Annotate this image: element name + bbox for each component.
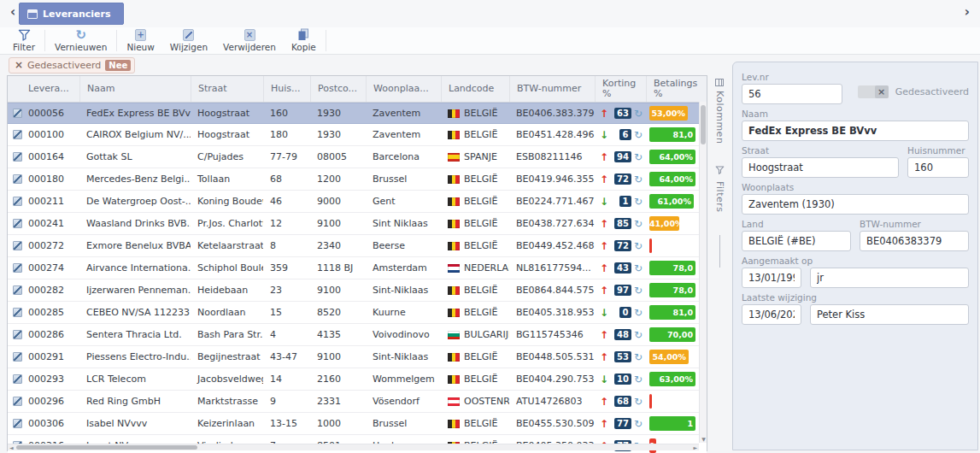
street: Hoogstraat — [191, 108, 263, 119]
copy-button[interactable]: Kopie — [284, 27, 324, 54]
postal-code: 2340 — [310, 240, 366, 251]
modified-date-field[interactable] — [742, 304, 801, 325]
chevron-left-icon[interactable]: ‹ — [10, 4, 15, 20]
refresh-button[interactable]: ↻ Vernieuwen — [47, 27, 114, 54]
modified-by-field[interactable] — [810, 304, 969, 325]
vertical-scrollbar[interactable]: ▼ — [699, 102, 707, 443]
refresh-row-icon[interactable]: ↻ — [634, 285, 643, 296]
new-button[interactable]: + Nieuw — [119, 27, 161, 54]
deactivated-toggle[interactable]: × — [858, 85, 889, 98]
table-row[interactable]: 000296 Red Ring GmbH Marktstrasse 9 2331… — [8, 391, 707, 413]
flag-be-icon — [448, 242, 460, 250]
table-row[interactable]: 000293 LCR Telecom Jacobsveldweg 14 2160… — [8, 368, 707, 391]
refresh-row-icon[interactable]: ↻ — [634, 109, 643, 119]
table-row[interactable]: 000286 Sentera Thracia Ltd. Bash Para St… — [8, 324, 707, 346]
discount-badge: 77 — [614, 418, 631, 429]
supplier-number-cell: 000272 — [8, 240, 79, 251]
table-row[interactable]: 000274 Airvance Internationa... Schiphol… — [8, 257, 707, 279]
created-by-field[interactable] — [810, 268, 969, 288]
table-row[interactable]: 000306 Isabel NVvvv Keizerinlaan 13-15 1… — [8, 413, 707, 435]
column-header[interactable]: Huis... — [263, 76, 310, 102]
horizontal-scrollbar-thumb[interactable] — [16, 445, 197, 450]
street: Jacobsveldweg — [191, 374, 263, 385]
column-header[interactable]: BTW-nummer — [509, 76, 595, 102]
straat-field[interactable] — [742, 157, 899, 178]
refresh-row-icon[interactable]: ↻ — [634, 174, 643, 185]
street: Keizerinlaan — [191, 418, 263, 429]
table-row[interactable]: 000056 FedEx Express BE BVvv Hoogstraat … — [8, 103, 707, 124]
country-cell: BELGIË — [441, 174, 509, 185]
table-row[interactable]: 000282 Ijzerwaren Penneman... Heidebaan … — [8, 279, 707, 302]
scroll-right-icon[interactable]: ► — [693, 444, 697, 451]
filter-button[interactable]: Filter — [5, 27, 43, 54]
supplier-number: 000291 — [28, 351, 64, 362]
refresh-row-icon[interactable]: ↻ — [634, 197, 643, 207]
column-header[interactable]: Betalings% — [646, 76, 699, 102]
chevron-right-icon[interactable]: › — [965, 4, 970, 20]
refresh-row-icon[interactable]: ↻ — [634, 397, 643, 407]
table-row[interactable]: 000291 Piessens Electro-Indu... Begijnes… — [8, 346, 707, 368]
refresh-row-icon[interactable]: ↻ — [634, 263, 643, 274]
refresh-row-icon[interactable]: ↻ — [634, 152, 643, 162]
scroll-down-icon[interactable]: ▼ — [700, 436, 707, 442]
column-header[interactable]: Naam — [79, 76, 191, 102]
horizontal-scrollbar[interactable]: ◄ ► — [8, 444, 699, 450]
refresh-row-icon[interactable]: ↻ — [634, 374, 643, 385]
column-header[interactable]: Korting% — [595, 76, 646, 102]
payment-progress-bar: 78,0 — [649, 261, 695, 275]
city: Amsterdam — [366, 262, 441, 274]
land-field[interactable] — [742, 231, 851, 251]
payment-cell — [646, 238, 699, 253]
payment-progress-bar: 64,00% — [649, 172, 695, 186]
table-row[interactable]: 000241 Waasland Drinks BVB... Pr.Jos. Ch… — [8, 213, 707, 235]
refresh-row-icon[interactable]: ↻ — [634, 352, 643, 362]
tab-kolommen[interactable]: Kolommen — [714, 79, 725, 144]
naam-field[interactable] — [742, 121, 969, 141]
supplier-number-cell: 000056 — [8, 108, 79, 119]
refresh-row-icon[interactable]: ↻ — [634, 308, 643, 318]
table-row[interactable]: 000164 Gottak SL C/Pujades 77-79 08005 B… — [8, 146, 707, 168]
edit-record-icon — [13, 130, 22, 139]
payment-progress-bar: 53,00% — [649, 106, 688, 121]
edit-record-icon — [13, 285, 22, 295]
delete-button[interactable]: × Verwijderen — [215, 27, 284, 54]
table-row[interactable]: 000285 CEBEO NV/SA 112233 Noordlaan 15 8… — [8, 302, 707, 324]
payment-progress-bar: 81,0 — [649, 305, 695, 320]
column-header[interactable]: Postco... — [310, 76, 366, 102]
supplier-name: Waasland Drinks BVB... — [79, 218, 191, 229]
grid-header: Levera...NaamStraatHuis...Postco...Woonp… — [8, 76, 707, 103]
supplier-number: 000274 — [28, 262, 64, 274]
column-header[interactable]: Woonplaa... — [366, 76, 441, 102]
levnr-field[interactable] — [742, 84, 842, 104]
table-row[interactable]: 000272 Exmore Benelux BVBA Ketelaarstraa… — [8, 235, 707, 257]
refresh-row-icon[interactable]: ↻ — [634, 219, 643, 229]
refresh-row-icon[interactable]: ↻ — [634, 241, 643, 251]
refresh-row-icon[interactable]: ↻ — [634, 330, 643, 340]
created-date-field[interactable] — [742, 268, 801, 288]
edit-button[interactable]: Wijzigen — [162, 27, 215, 54]
remove-filter-icon[interactable]: × — [15, 61, 23, 69]
scroll-left-icon[interactable]: ◄ — [9, 444, 14, 451]
filter-chip-gedesactiveerd[interactable]: × Gedesactiveerd Nee — [9, 57, 135, 74]
refresh-row-icon[interactable]: ↻ — [634, 419, 643, 429]
huisnummer-field[interactable] — [907, 157, 969, 178]
vertical-scrollbar-thumb[interactable] — [701, 105, 706, 144]
woonplaats-field[interactable] — [742, 194, 969, 215]
city: Voivodinovo — [366, 329, 441, 340]
tab-leveranciers[interactable]: Leveranciers — [19, 3, 124, 25]
refresh-row-icon[interactable]: ↻ — [634, 130, 643, 140]
column-header[interactable]: Levera... — [8, 76, 79, 102]
country-cell: BELGIË — [441, 418, 509, 429]
tab-filters[interactable]: Filters — [714, 166, 725, 212]
house-number: 12 — [263, 218, 310, 229]
btw-field[interactable] — [860, 231, 969, 251]
column-header[interactable]: Landcode — [441, 76, 509, 102]
table-row[interactable]: 000100 CAIROX Belgium NV/... Hoogstraat … — [8, 124, 707, 146]
splitter-handle[interactable] — [719, 235, 720, 268]
vat-number: ATU14726803 — [509, 396, 595, 407]
supplier-number: 000272 — [28, 240, 64, 251]
table-row[interactable]: 000180 Mercedes-Benz Belgi... Tollaan 68… — [8, 168, 707, 191]
table-row[interactable]: 000211 De Watergroep Oost-... Koning Bou… — [8, 191, 707, 213]
column-header[interactable]: Straat — [191, 76, 263, 102]
vat-number: BE0224.771.467 — [509, 196, 595, 207]
